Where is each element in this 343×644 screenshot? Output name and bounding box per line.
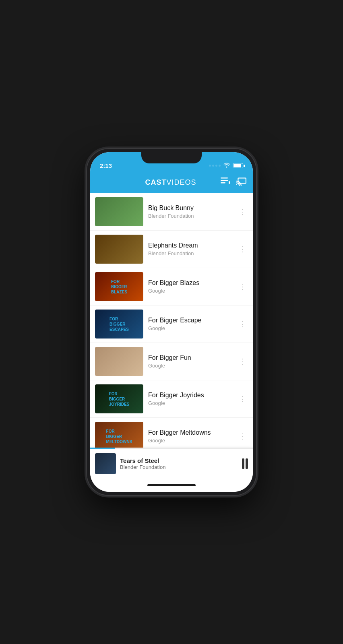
home-indicator (90, 478, 253, 492)
now-playing-thumb (95, 453, 116, 474)
progress-fill (90, 448, 115, 449)
svg-rect-0 (221, 178, 228, 179)
video-menu-button[interactable]: ⋮ (238, 204, 248, 219)
home-bar (147, 484, 196, 486)
signal-icon (209, 165, 221, 167)
video-author: Google (148, 400, 233, 406)
video-info: Elephants Dream Blender Foundation (148, 242, 233, 256)
status-bar: 2:13 (90, 152, 253, 171)
video-author: Blender Foundation (148, 213, 233, 219)
phone-screen: 2:13 (90, 152, 253, 492)
video-title: For Bigger Joyrides (148, 392, 233, 399)
queue-icon[interactable] (221, 178, 230, 187)
video-title: Elephants Dream (148, 242, 233, 249)
video-thumbnail (95, 197, 143, 226)
app-title: CASTVIDEOS (121, 178, 221, 187)
video-title: Big Buck Bunny (148, 204, 233, 212)
video-info: For Bigger Meltdowns Google (148, 429, 233, 444)
app-header: CASTVIDEOS (90, 171, 253, 193)
list-item[interactable]: FORBIGGERMELTDOWNS For Bigger Meltdowns … (90, 418, 253, 448)
svg-marker-3 (229, 181, 230, 184)
video-thumbnail: FORBIGGERESCAPES (95, 310, 143, 339)
video-menu-button[interactable]: ⋮ (238, 242, 248, 257)
video-menu-button[interactable]: ⋮ (238, 279, 248, 294)
pause-button[interactable] (242, 458, 248, 469)
progress-bar (90, 448, 253, 449)
svg-rect-1 (221, 180, 228, 181)
video-author: Google (148, 438, 233, 444)
video-title: For Bigger Meltdowns (148, 429, 233, 436)
video-menu-button[interactable]: ⋮ (238, 429, 248, 444)
phone-device: 2:13 (87, 149, 256, 495)
battery-icon (233, 163, 243, 168)
video-title: For Bigger Blazes (148, 279, 233, 287)
list-item[interactable]: FORBIGGERESCAPES For Bigger Escape Googl… (90, 305, 253, 343)
list-item[interactable]: FORBIGGERBLAZES For Bigger Blazes Google… (90, 268, 253, 305)
video-thumbnail (95, 347, 143, 376)
list-item[interactable]: FORBIGGERJOYRIDES For Bigger Joyrides Go… (90, 380, 253, 418)
wifi-icon (223, 162, 230, 169)
video-author: Blender Foundation (148, 250, 233, 256)
video-author: Google (148, 325, 233, 331)
video-thumbnail: FORBIGGERJOYRIDES (95, 384, 143, 413)
now-playing-author: Blender Foundation (120, 464, 238, 470)
status-time: 2:13 (100, 162, 112, 169)
svg-rect-2 (221, 182, 225, 184)
video-author: Google (148, 363, 233, 369)
status-icons (209, 162, 243, 169)
video-list: Big Buck Bunny Blender Foundation ⋮ Elep… (90, 193, 253, 448)
video-info: For Bigger Escape Google (148, 317, 233, 331)
video-thumbnail: FORBIGGERMELTDOWNS (95, 422, 143, 448)
header-icons (221, 177, 246, 188)
list-item[interactable]: For Bigger Fun Google ⋮ (90, 343, 253, 380)
now-playing-bar[interactable]: Tears of Steel Blender Foundation (90, 449, 253, 478)
video-author: Google (148, 288, 233, 294)
video-thumbnail: FORBIGGERBLAZES (95, 272, 143, 301)
video-thumbnail (95, 235, 143, 264)
list-item[interactable]: Big Buck Bunny Blender Foundation ⋮ (90, 193, 253, 231)
list-item[interactable]: Elephants Dream Blender Foundation ⋮ (90, 231, 253, 268)
video-title: For Bigger Fun (148, 354, 233, 361)
video-info: For Bigger Fun Google (148, 354, 233, 369)
now-playing-info: Tears of Steel Blender Foundation (120, 457, 238, 470)
video-menu-button[interactable]: ⋮ (238, 316, 248, 332)
notch (141, 152, 202, 163)
now-playing-title: Tears of Steel (120, 457, 238, 464)
video-title: For Bigger Escape (148, 317, 233, 324)
video-info: For Bigger Blazes Google (148, 279, 233, 294)
video-info: Big Buck Bunny Blender Foundation (148, 204, 233, 219)
video-info: For Bigger Joyrides Google (148, 392, 233, 406)
video-menu-button[interactable]: ⋮ (238, 354, 248, 369)
video-menu-button[interactable]: ⋮ (238, 391, 248, 407)
cast-icon[interactable] (236, 177, 246, 188)
